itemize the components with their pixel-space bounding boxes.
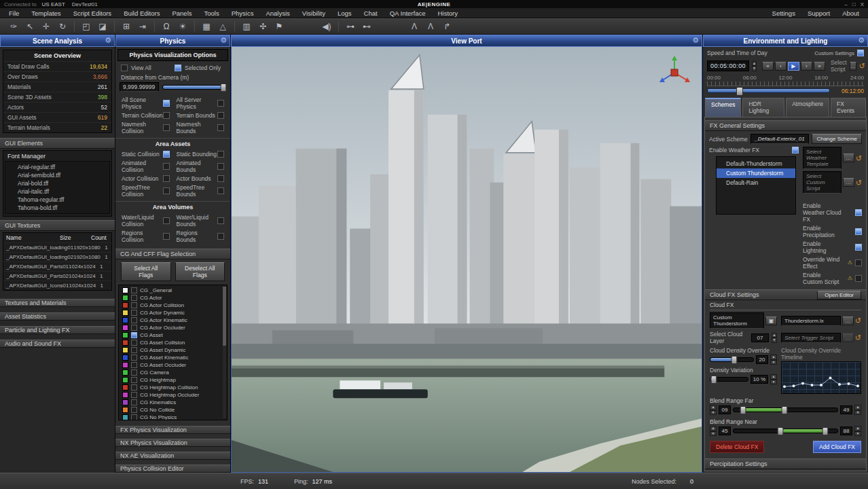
flag-item[interactable]: CG Heightmap Collision [119, 384, 227, 391]
tab[interactable]: Schemes [705, 98, 741, 117]
option-checkbox[interactable] [855, 209, 862, 216]
density-stepper[interactable]: ▲▼ [770, 355, 777, 365]
checkbox[interactable] [217, 100, 224, 107]
browse-button[interactable]: … [843, 153, 854, 162]
distance-input[interactable]: 9,999.99999 [120, 82, 159, 92]
flag-item[interactable]: CG Asset Dynamic [119, 346, 227, 354]
weather-scheme-item[interactable]: Custom Thunderstorm [717, 168, 795, 178]
terrain-tool-icon[interactable]: △ [215, 20, 231, 33]
collapsed-section[interactable]: NX AE Visualization [115, 452, 230, 460]
flag-checkbox[interactable] [131, 317, 137, 323]
menu-item[interactable]: Build Editors [117, 10, 166, 17]
flag-item[interactable]: CG Asset Occluder [119, 361, 227, 369]
cloud-fx-settings-section[interactable]: Cloud FX Settings Open Editor [705, 289, 866, 300]
menu-item[interactable]: Script Editors [67, 10, 118, 17]
flag-checkbox[interactable] [131, 325, 137, 331]
flag-checkbox[interactable] [131, 287, 137, 293]
script-flag-icon[interactable]: ⚑ [271, 20, 287, 33]
time-stepper[interactable]: ▲▼ [752, 61, 757, 71]
checkbox[interactable] [217, 124, 224, 131]
tab[interactable]: HDR Lighting [742, 98, 784, 117]
density-override-slider[interactable] [710, 357, 754, 362]
checkbox[interactable] [217, 151, 224, 158]
menu-item[interactable]: Tools [198, 10, 225, 17]
checkbox[interactable] [163, 100, 170, 107]
save-icon[interactable]: ▣ [765, 316, 777, 325]
checkbox[interactable] [217, 217, 224, 224]
flag-checkbox[interactable] [131, 392, 137, 398]
menu-item-right[interactable]: Settings [766, 10, 801, 17]
toolbar-icon[interactable] [375, 20, 406, 33]
flag-checkbox[interactable] [131, 295, 137, 301]
flag-item[interactable]: CG Actor Kinematic [119, 316, 227, 324]
scale-tool-icon[interactable]: ◰ [78, 20, 94, 33]
flag-checkbox[interactable] [131, 384, 137, 391]
checkbox[interactable] [163, 163, 170, 170]
scrollbar[interactable] [223, 287, 226, 418]
gear-icon[interactable]: ⚙ [105, 36, 111, 45]
menu-item[interactable]: Panels [166, 10, 198, 17]
variation-stepper[interactable]: ▲▼ [770, 374, 777, 384]
custom-script-input[interactable]: Select Custom Script [803, 171, 842, 194]
texture-row[interactable]: _APXDefaultGUI_loading02 1920x1080 1 [3, 252, 111, 261]
blend-far-min-stepper[interactable]: ▲▼ [710, 405, 717, 415]
toolbar-icon[interactable] [74, 21, 75, 32]
light-tool-icon[interactable]: ☀ [175, 20, 191, 33]
transport-button[interactable]: ▶ [788, 62, 799, 71]
font-item[interactable]: Tahoma-bold.tff [5, 204, 109, 212]
transport-button[interactable]: ‹ [775, 62, 786, 71]
crop-tool-icon[interactable]: ◪ [94, 20, 111, 33]
select-all-flags-button[interactable]: Select All Flags [121, 262, 171, 281]
blend-far-max-value[interactable]: 49 [840, 405, 852, 414]
tab[interactable]: FX Events [831, 98, 866, 117]
checkbox[interactable] [163, 187, 170, 194]
cloud-layer-value[interactable]: 07 [751, 333, 769, 342]
font-item[interactable]: Arial-italic.tff [5, 187, 109, 196]
density-variation-value[interactable]: 10 % [751, 375, 768, 384]
checkbox[interactable] [163, 175, 170, 182]
open-editor-button[interactable]: Open Editor [817, 291, 861, 300]
undo-icon[interactable]: ↺ [856, 155, 862, 162]
checkbox[interactable] [163, 112, 170, 119]
maximize-button[interactable]: □ [852, 1, 856, 7]
transport-button[interactable]: « [762, 62, 774, 71]
flag-item[interactable]: CG _General [119, 287, 227, 294]
flag-checkbox[interactable] [131, 302, 137, 308]
font-item[interactable]: Arial-regular.tff [5, 163, 109, 171]
menu-item[interactable]: Analysis [259, 10, 295, 17]
menu-item-right[interactable]: About [836, 10, 865, 17]
blend-near-slider[interactable] [733, 429, 838, 433]
texture-row[interactable]: _APXDefaultGUI_Icons01 1024x1024 1 [3, 280, 111, 290]
blend-near-min-stepper[interactable]: ▲▼ [710, 426, 717, 436]
browse-button-disabled[interactable]: … [842, 333, 854, 342]
menu-item[interactable]: File [3, 10, 25, 17]
select-script-browse-button[interactable]: … [850, 62, 856, 71]
walk-out-icon[interactable]: Ʌ [422, 20, 439, 33]
toolbar-icon[interactable] [287, 20, 319, 33]
flag-checkbox[interactable] [131, 362, 137, 368]
active-scheme-input[interactable]: _Default-Exterior_01 [751, 134, 810, 144]
toolbar-icon[interactable] [114, 21, 115, 32]
flag-checkbox[interactable] [131, 369, 137, 376]
gear-icon[interactable]: ⚙ [858, 36, 865, 45]
checkbox[interactable] [163, 233, 170, 240]
blend-near-min-value[interactable]: 45 [719, 427, 731, 435]
flag-item[interactable]: CG Asset Kinematic [119, 354, 227, 361]
checkbox[interactable] [163, 124, 170, 131]
time-slider[interactable] [707, 88, 830, 93]
undo-icon[interactable]: ↺ [856, 179, 862, 186]
texture-row[interactable]: _APXDefaultGUI_loading01 1920x1080 1 [3, 242, 111, 252]
flag-checkbox[interactable] [131, 347, 137, 353]
toolbar-icon[interactable] [194, 21, 195, 32]
custom-settings-checkbox[interactable] [857, 50, 864, 56]
collapsed-section[interactable]: Particle and Lighting FX [0, 326, 115, 334]
percipitation-settings-section[interactable]: Percipitation Settings [705, 458, 866, 469]
option-checkbox[interactable] [855, 244, 862, 251]
delete-cloud-fx-button[interactable]: Delete Cloud FX [710, 441, 764, 453]
undo-icon[interactable]: ↺ [855, 334, 861, 341]
flag-item[interactable]: CG Camera [119, 369, 227, 376]
audio-speaker-icon[interactable]: ◀) [319, 20, 335, 33]
flag-item[interactable]: CG Actor Collision [119, 302, 227, 309]
browse-button[interactable]: … [842, 316, 854, 325]
section-gui-textures[interactable]: GUI Textures [0, 220, 115, 231]
